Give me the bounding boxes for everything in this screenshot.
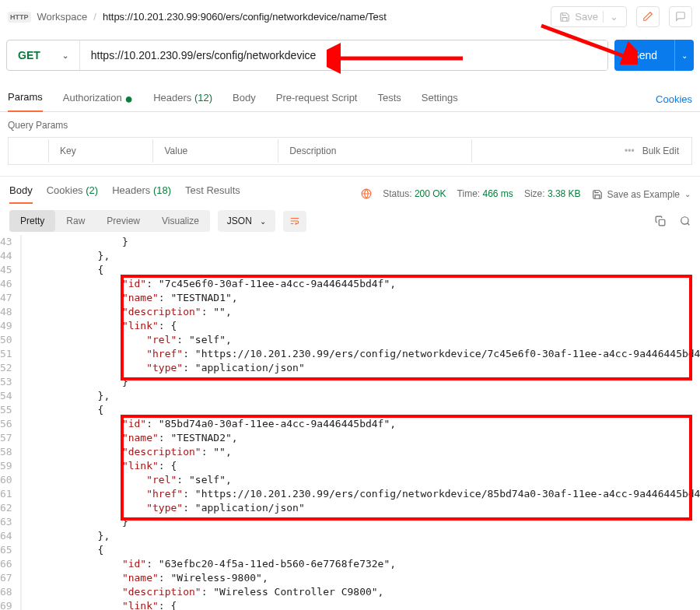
resp-tab-body[interactable]: Body: [9, 184, 33, 204]
tab-headers[interactable]: Headers (12): [153, 87, 212, 111]
chevron-down-icon: ⌄: [62, 51, 68, 60]
network-icon: [361, 188, 372, 200]
pencil-icon: [642, 11, 653, 22]
tab-tests[interactable]: Tests: [377, 87, 401, 111]
view-raw[interactable]: Raw: [55, 210, 96, 232]
tab-settings[interactable]: Settings: [422, 87, 458, 111]
chevron-down-icon: ⌄: [260, 217, 266, 226]
col-description: Description: [280, 139, 471, 163]
request-bar: GET ⌄: [6, 40, 608, 71]
cookies-link[interactable]: Cookies: [656, 93, 692, 105]
view-mode: Pretty Raw Preview Visualize: [9, 210, 210, 232]
response-tabs: Body Cookies (2) Headers (18) Test Resul…: [9, 184, 240, 204]
breadcrumb-path: https://10.201.230.99:9060/ers/config/ne…: [103, 11, 387, 23]
tab-prerequest[interactable]: Pre-request Script: [276, 87, 358, 111]
body-type-select[interactable]: JSON ⌄: [218, 210, 275, 232]
col-value: Value: [155, 139, 278, 163]
view-visualize[interactable]: Visualize: [151, 210, 210, 232]
resp-tab-headers[interactable]: Headers (18): [112, 184, 171, 204]
col-key: Key: [51, 139, 153, 163]
view-preview[interactable]: Preview: [96, 210, 151, 232]
chevron-down-icon[interactable]: ⌄: [603, 11, 618, 23]
col-checkbox: [10, 139, 49, 163]
comment-button[interactable]: [669, 6, 692, 27]
view-pretty[interactable]: Pretty: [9, 210, 55, 232]
resp-tab-tests[interactable]: Test Results: [185, 184, 240, 204]
resp-tab-cookies[interactable]: Cookies (2): [47, 184, 98, 204]
search-button[interactable]: [680, 216, 691, 227]
breadcrumb-workspace[interactable]: Workspace: [37, 11, 88, 23]
svg-point-4: [681, 216, 688, 223]
save-as-example[interactable]: Save as Example ⌄: [592, 188, 691, 200]
floppy-icon: [592, 189, 603, 200]
query-params-heading: Query Params: [0, 112, 700, 137]
svg-rect-3: [659, 219, 665, 226]
response-body[interactable]: } }, { "id": "7c45e6f0-30af-11ee-a4cc-9a…: [22, 235, 700, 610]
tab-authorization[interactable]: Authorization ●: [63, 87, 133, 111]
query-params-table: Key Value Description •••Bulk Edit: [8, 137, 692, 165]
wrap-icon: [289, 216, 300, 226]
request-tabs: Params Authorization ● Headers (12) Body…: [0, 86, 700, 112]
tab-params[interactable]: Params: [8, 86, 43, 112]
copy-icon: [655, 216, 666, 226]
tab-body[interactable]: Body: [233, 87, 256, 111]
bulk-edit-link[interactable]: •••Bulk Edit: [474, 139, 690, 163]
method-select[interactable]: GET ⌄: [7, 40, 80, 70]
save-button[interactable]: Save ⌄: [551, 6, 627, 27]
floppy-icon: [559, 12, 570, 23]
wrap-lines-button[interactable]: [283, 211, 306, 232]
line-gutter: 4344454647484950515253545556575859606162…: [0, 235, 20, 610]
comment-icon: [675, 11, 686, 22]
search-icon: [680, 216, 691, 226]
send-button[interactable]: Send: [614, 40, 674, 71]
http-badge: HTTP: [8, 12, 31, 23]
url-input[interactable]: [80, 40, 608, 70]
edit-button[interactable]: [636, 6, 660, 27]
breadcrumb: Workspace / https://10.201.230.99:9060/e…: [37, 11, 387, 23]
copy-button[interactable]: [655, 216, 666, 227]
send-options[interactable]: ⌄: [674, 40, 694, 71]
